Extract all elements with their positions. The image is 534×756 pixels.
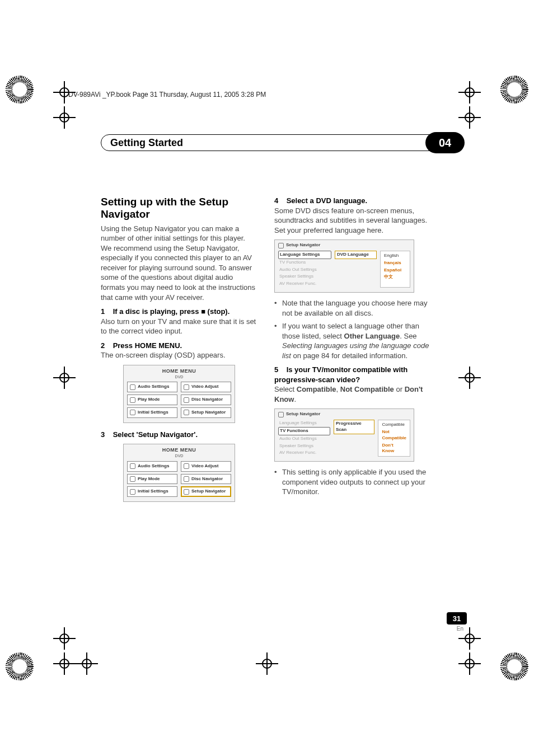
nav-left-list: Language Settings TV Functions Audio Out… xyxy=(278,251,331,288)
nav-right-options: Compatible Not Compatible Don't Know xyxy=(378,420,410,457)
menu-item-video-adjust: Video Adjust xyxy=(181,461,231,472)
gear-icon xyxy=(130,410,135,415)
monitor-icon xyxy=(184,463,189,469)
progressive-scan-chip: Progressive Scan xyxy=(334,420,374,434)
section-heading: Setting up with the Setup Navigator xyxy=(101,196,257,220)
gear-icon xyxy=(130,489,135,495)
nav-right-options: English français Español 中文 xyxy=(380,251,410,288)
home-menu-screenshot-selected: HOME MENU DVD Audio Settings Video Adjus… xyxy=(123,444,235,502)
bullet-note-3: •This setting is only applicable if you … xyxy=(274,467,431,497)
chapter-number-pill: 04 xyxy=(425,132,465,153)
crosshair-mark xyxy=(458,81,481,104)
step-title: Select 'Setup Navigator'. xyxy=(113,430,198,439)
nav-mid: Progressive Scan xyxy=(334,420,374,457)
registration-mark xyxy=(495,70,534,109)
option-chinese: 中文 xyxy=(383,274,407,281)
crosshair-mark xyxy=(458,367,481,389)
chapter-title: Getting Started xyxy=(110,137,183,149)
step-title: If a disc is playing, press ■ (stop). xyxy=(113,307,230,316)
speaker-icon xyxy=(130,463,135,469)
crosshair-mark xyxy=(458,652,481,675)
step-4: 4 Select a DVD language. xyxy=(274,196,431,206)
registration-mark xyxy=(0,647,39,686)
step-1: 1 If a disc is playing, press ■ (stop). xyxy=(101,307,257,317)
nav-item-speaker-settings: Speaker Settings xyxy=(278,273,331,280)
chapter-bar: Getting Started xyxy=(101,134,442,151)
dvd-language-chip: DVD Language xyxy=(335,251,377,259)
crosshair-mark xyxy=(458,106,481,129)
crosshair-mark xyxy=(76,652,98,675)
compass-icon xyxy=(278,243,284,248)
monitor-icon xyxy=(184,384,189,390)
home-menu-screenshot: HOME MENU DVD Audio Settings Video Adjus… xyxy=(123,365,235,423)
crosshair-mark xyxy=(53,367,76,389)
menu-item-audio-settings: Audio Settings xyxy=(127,461,177,472)
registration-mark xyxy=(0,70,39,109)
crosshair-mark xyxy=(53,627,76,650)
step-5-body: Select Compatible, Not Compatible or Don… xyxy=(274,384,431,404)
option-not-compatible: Not Compatible xyxy=(381,429,407,442)
speaker-icon xyxy=(130,384,135,390)
compass-icon xyxy=(184,410,189,415)
play-icon xyxy=(130,476,135,482)
option-dont-know: Don't Know xyxy=(381,442,407,456)
menu-item-setup-navigator-selected: Setup Navigator xyxy=(181,486,231,497)
nav-item-tv-functions: TV Functions xyxy=(278,259,331,266)
option-francais: français xyxy=(383,260,407,267)
nav-item-language-settings: Language Settings xyxy=(278,420,330,427)
menu-item-initial-settings: Initial Settings xyxy=(127,486,177,497)
step-2: 2 Press HOME MENU. xyxy=(101,341,257,351)
nav-item-av-receiver-func: AV Receiver Func. xyxy=(278,280,331,288)
menu-item-video-adjust: Video Adjust xyxy=(181,382,231,392)
panel-title: Setup Navigator xyxy=(286,242,320,248)
nav-mid: DVD Language xyxy=(335,251,377,288)
crosshair-mark xyxy=(53,106,76,129)
page-language: En xyxy=(457,626,463,632)
nav-item-audio-out-settings: Audio Out Settings xyxy=(278,435,330,443)
step-2-body: The on-screen display (OSD) appears. xyxy=(101,350,257,360)
nav-item-tv-functions: TV Functions xyxy=(278,427,330,435)
home-menu-subtitle: DVD xyxy=(127,453,231,458)
bullet-note-1: •Note that the language you choose here … xyxy=(274,298,431,318)
menu-item-setup-navigator: Setup Navigator xyxy=(181,407,231,418)
option-compatible: Compatible xyxy=(381,421,407,429)
disc-icon xyxy=(184,476,189,482)
step-3: 3 Select 'Setup Navigator'. xyxy=(101,430,257,440)
compass-icon xyxy=(184,489,189,495)
menu-item-audio-settings: Audio Settings xyxy=(127,382,177,392)
step-number: 2 xyxy=(101,341,111,351)
disc-icon xyxy=(184,397,189,403)
play-icon xyxy=(130,397,135,403)
menu-item-play-mode: Play Mode xyxy=(127,395,177,405)
step-title: Select a DVD language. xyxy=(287,196,368,205)
step-number: 3 xyxy=(101,430,111,440)
step-number: 4 xyxy=(274,196,284,206)
left-column: Setting up with the Setup Navigator Usin… xyxy=(101,196,257,509)
home-menu-title: HOME MENU xyxy=(127,368,231,374)
nav-item-speaker-settings: Speaker Settings xyxy=(278,443,330,450)
menu-item-play-mode: Play Mode xyxy=(127,474,177,485)
home-menu-title: HOME MENU xyxy=(127,447,231,453)
nav-left-list: Language Settings TV Functions Audio Out… xyxy=(278,420,330,457)
step-4-body: Some DVD discs feature on-screen menus, … xyxy=(274,206,431,236)
step-title: Press HOME MENU. xyxy=(113,341,182,350)
option-english: English xyxy=(383,252,407,260)
nav-item-language-settings: Language Settings xyxy=(278,251,331,259)
option-espanol: Español xyxy=(383,267,407,274)
panel-title: Setup Navigator xyxy=(286,411,320,417)
menu-item-disc-navigator: Disc Navigator xyxy=(181,474,231,485)
nav-item-audio-out-settings: Audio Out Settings xyxy=(278,266,331,274)
step-title: Is your TV/monitor compatible with progr… xyxy=(274,365,407,384)
print-header: DV-989AVi _YP.book Page 31 Thursday, Aug… xyxy=(68,91,266,98)
step-1-body: Also turn on your TV and make sure that … xyxy=(101,317,257,336)
setup-navigator-language-panel: Setup Navigator Language Settings TV Fun… xyxy=(274,240,414,293)
step-number: 1 xyxy=(101,307,111,317)
menu-item-disc-navigator: Disc Navigator xyxy=(181,395,231,405)
right-column: 4 Select a DVD language. Some DVD discs … xyxy=(274,196,431,497)
crosshair-mark xyxy=(53,652,76,675)
nav-item-av-receiver-func: AV Receiver Func. xyxy=(278,449,330,457)
registration-mark xyxy=(495,647,534,686)
page-number: 31 xyxy=(447,612,467,624)
step-number: 5 xyxy=(274,365,284,375)
home-menu-subtitle: DVD xyxy=(127,374,231,379)
